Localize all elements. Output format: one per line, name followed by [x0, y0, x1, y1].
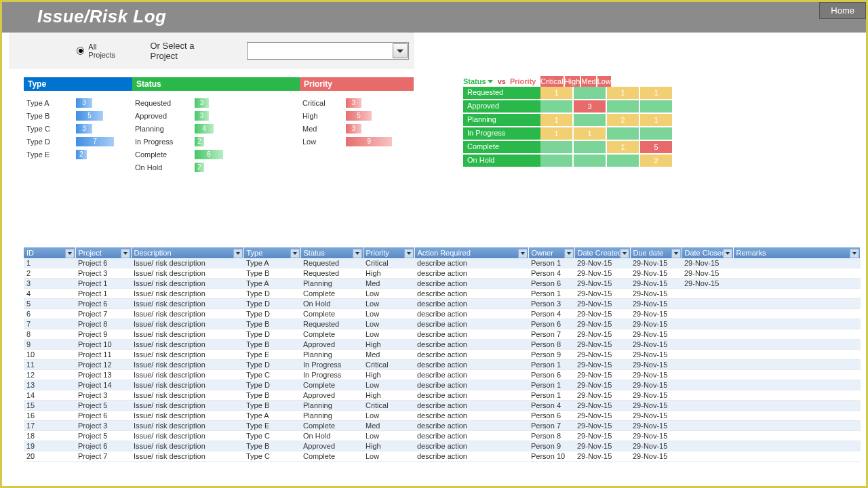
matrix-cell: 1 — [540, 127, 572, 140]
table-cell: Planning — [300, 279, 363, 289]
table-cell: Issue/ risk description — [131, 309, 243, 319]
table-cell: Type D — [243, 299, 300, 309]
table-row[interactable]: 16Project 6Issue/ risk descriptionType A… — [24, 411, 861, 421]
bar-row: High5 — [302, 110, 411, 121]
filter-dropdown-icon[interactable] — [518, 249, 528, 258]
column-header[interactable]: Date Created — [574, 247, 630, 258]
table-cell: Person 6 — [528, 411, 574, 421]
table-row[interactable]: 13Project 14Issue/ risk descriptionType … — [24, 380, 861, 390]
column-header[interactable]: Due date — [630, 247, 682, 258]
table-cell: Type B — [243, 441, 300, 451]
column-header[interactable]: Date Closed — [682, 247, 733, 258]
table-cell: Person 9 — [528, 350, 574, 360]
filter-dropdown-icon[interactable] — [404, 249, 414, 258]
table-row[interactable]: 4Project 1Issue/ risk descriptionType DC… — [24, 289, 861, 299]
table-row[interactable]: 2Project 3Issue/ risk descriptionType BR… — [24, 268, 861, 279]
table-cell: Project 3 — [75, 390, 131, 401]
table-cell: Requested — [300, 258, 363, 268]
table-row[interactable]: 9Project 10Issue/ risk descriptionType B… — [24, 340, 861, 350]
matrix-cell: 1 — [640, 87, 672, 99]
table-cell: Issue/ risk description — [131, 258, 243, 268]
column-header[interactable]: ID — [24, 247, 75, 258]
filter-dropdown-icon[interactable] — [353, 249, 362, 258]
filter-dropdown-icon[interactable] — [65, 249, 75, 258]
table-row[interactable]: 6Project 7Issue/ risk descriptionType DC… — [24, 309, 861, 319]
filter-dropdown-icon[interactable] — [671, 249, 681, 258]
table-cell — [733, 360, 861, 370]
table-cell: Issue/ risk description — [131, 451, 243, 462]
matrix-cell — [574, 141, 606, 153]
bar-label: Approved — [135, 112, 189, 120]
radio-all-projects[interactable]: All Projects — [77, 43, 123, 59]
filter-dropdown-icon[interactable] — [233, 249, 243, 258]
table-cell: Person 6 — [528, 279, 574, 289]
filter-dropdown-icon[interactable] — [121, 249, 130, 258]
table-cell: Type D — [243, 380, 300, 390]
table-cell: Type B — [243, 401, 300, 411]
table-row[interactable]: 14Project 3Issue/ risk descriptionType B… — [24, 390, 861, 401]
column-header[interactable]: Action Required — [414, 247, 528, 258]
table-cell: describe action — [414, 258, 528, 268]
table-cell: 15 — [24, 401, 75, 411]
column-header[interactable]: Owner — [528, 247, 574, 258]
matrix-row-label: Complete — [463, 141, 540, 153]
matrix-cell: 2 — [640, 155, 672, 167]
table-row[interactable]: 8Project 9Issue/ risk descriptionType DC… — [24, 329, 861, 340]
column-header[interactable]: Type — [243, 247, 300, 258]
filter-dropdown-icon[interactable] — [290, 249, 300, 258]
bar-value: 2 — [195, 163, 204, 172]
table-row[interactable]: 3Project 1Issue/ risk descriptionType AP… — [24, 279, 861, 289]
table-row[interactable]: 17Project 3Issue/ risk descriptionType E… — [24, 421, 861, 431]
table-row[interactable]: 20Project 7Issue/ risk descriptionType C… — [24, 451, 861, 462]
bar-row: Planning4 — [135, 123, 297, 134]
table-row[interactable]: 19Project 6Issue/ risk descriptionType B… — [24, 441, 861, 451]
table-cell: 29-Nov-15 — [630, 421, 682, 431]
filter-dropdown-icon[interactable] — [564, 249, 574, 258]
matrix-cell: 1 — [540, 114, 572, 126]
table-cell: Person 8 — [528, 431, 574, 441]
table-cell: Type E — [243, 350, 300, 360]
bar-label: High — [302, 112, 340, 120]
table-row[interactable]: 10Project 11Issue/ risk descriptionType … — [24, 350, 861, 360]
bar-row: Med3 — [302, 123, 411, 134]
filter-dropdown-icon[interactable] — [620, 249, 629, 258]
filter-dropdown-icon[interactable] — [723, 249, 732, 258]
project-select[interactable] — [247, 42, 409, 60]
table-row[interactable]: 15Project 5Issue/ risk descriptionType B… — [24, 401, 861, 411]
bar-label: Critical — [302, 99, 340, 107]
column-header-label: Owner — [532, 249, 553, 257]
column-header-label: Description — [134, 249, 172, 257]
table-cell: Approved — [300, 441, 363, 451]
column-header[interactable]: Remarks — [733, 247, 861, 258]
table-cell — [682, 299, 733, 309]
table-cell: Project 6 — [75, 299, 131, 309]
home-button[interactable]: Home — [819, 2, 866, 19]
table-row[interactable]: 11Project 12Issue/ risk descriptionType … — [24, 360, 861, 370]
table-row[interactable]: 18Project 5Issue/ risk descriptionType C… — [24, 431, 861, 441]
radio-dot-icon — [77, 47, 84, 55]
column-header[interactable]: Description — [131, 247, 243, 258]
table-row[interactable]: 7Project 8Issue/ risk descriptionType BR… — [24, 319, 861, 329]
table-cell: 29-Nov-15 — [630, 268, 682, 279]
matrix-cell — [607, 127, 639, 140]
table-row[interactable]: 12Project 13Issue/ risk descriptionType … — [24, 370, 861, 380]
dropdown-button[interactable] — [393, 43, 408, 58]
table-cell: Med — [363, 350, 414, 360]
table-row[interactable]: 1Project 6Issue/ risk descriptionType AR… — [24, 258, 861, 268]
bar-row: Type D7 — [26, 136, 130, 147]
column-header[interactable]: Status — [300, 247, 363, 258]
column-header[interactable]: Project — [75, 247, 131, 258]
matrix-row: Approved3 — [463, 100, 673, 113]
matrix-cell: 3 — [574, 100, 606, 113]
table-cell: Project 14 — [75, 380, 131, 390]
matrix-row: In Progress11 — [463, 127, 673, 140]
table-cell: Issue/ risk description — [131, 299, 243, 309]
table-cell: Project 3 — [75, 421, 131, 431]
table-cell: Project 11 — [75, 350, 131, 360]
column-header[interactable]: Priority — [363, 247, 414, 258]
table-cell: 29-Nov-15 — [630, 380, 682, 390]
table-cell: Type B — [243, 268, 300, 279]
table-cell: Type C — [243, 431, 300, 441]
filter-dropdown-icon[interactable] — [850, 249, 859, 258]
table-row[interactable]: 5Project 6Issue/ risk descriptionType DO… — [24, 299, 861, 309]
